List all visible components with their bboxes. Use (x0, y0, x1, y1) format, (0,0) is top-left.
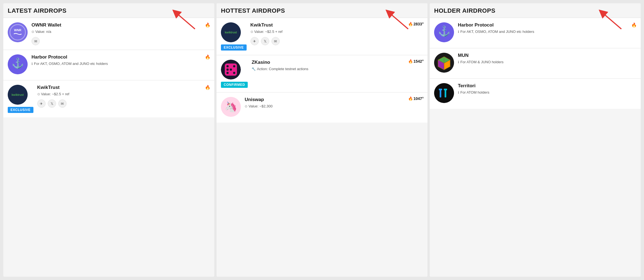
kwiktrust-hot-title: KwikTrust (250, 22, 423, 28)
kwiktrust-latest-info: ⊙ Value: ~$2.5 + ref (37, 92, 210, 97)
harbor-latest-title: Harbor Protocol (31, 54, 210, 60)
kwiktrust-latest-badge: EXCLUSIVE (8, 107, 33, 113)
uniswap-title: Uniswap (245, 97, 423, 102)
kwiktrust-latest-logo: kwiktrust (8, 85, 28, 105)
territori-logo (434, 83, 454, 103)
kwiktrust-hot-twitter-icon[interactable]: 𝕏 (261, 37, 269, 45)
territori-title: Territori (458, 83, 636, 89)
svg-text:kwiktrust: kwiktrust (12, 93, 24, 96)
svg-rect-39 (439, 89, 442, 90)
harbor-holder-fire-icon: 🔥 (631, 22, 637, 28)
territori-info-icon: ℹ (458, 90, 459, 95)
kwiktrust-email-icon[interactable]: ✉ (58, 99, 67, 108)
svg-text:⚓: ⚓ (438, 25, 450, 37)
card-zkasino: CONFIRMED ZKasino 🔧 Action: Complete tes… (217, 55, 427, 92)
kwiktrust-latest-fire-icon: 🔥 (205, 85, 210, 90)
card-territori: Territori ℹ For ATOM holders (430, 78, 641, 109)
card-uniswap: 🦄 Uniswap ⊙ Value: ~$2,300 🔥 1047° (217, 92, 427, 123)
kwiktrust-hot-badge: EXCLUSIVE (221, 44, 247, 51)
mun-info-icon: ℹ (458, 60, 459, 65)
latest-airdrops-column: LATEST AIRDROPS WNR OWNR Wallet ⊙ Value:… (3, 3, 214, 277)
harbor-latest-fire-icon: 🔥 (205, 54, 210, 60)
svg-point-19 (230, 68, 232, 71)
ownr-title: OWNR Wallet (31, 22, 210, 28)
kwiktrust-hot-score: 🔥 2833° (408, 22, 424, 26)
mun-logo (434, 53, 454, 73)
zkasino-badge: CONFIRMED (221, 82, 248, 88)
kwiktrust-hot-content: KwikTrust ⊙ Value: ~$2.5 + ref ✈ 𝕏 ✉ (250, 22, 423, 45)
kwiktrust-hot-logo: kwiktrust (221, 22, 241, 42)
harbor-holder-logo: ⚓ (434, 22, 454, 42)
svg-point-20 (226, 68, 229, 71)
ownr-content: OWNR Wallet ⊙ Value: n/a ✉ (31, 22, 210, 45)
svg-point-18 (233, 72, 235, 74)
svg-point-37 (434, 83, 454, 103)
kwiktrust-hot-info-icon: ⊙ (250, 30, 253, 34)
hottest-airdrops-header: HOTTEST AIRDROPS (217, 3, 427, 18)
ownr-social: ✉ (31, 37, 210, 45)
kwiktrust-latest-content: KwikTrust ⊙ Value: ~$2.5 + ref ✈ 𝕏 ✉ (37, 85, 210, 108)
harbor-holder-content: Harbor Protocol ℹ For AKT, OSMO, ATOM an… (458, 22, 636, 34)
mun-title: MUN (458, 53, 636, 58)
svg-rect-41 (444, 89, 447, 90)
hottest-airdrops-column: HOTTEST AIRDROPS kwiktrust EXCLUSIVE Kwi… (217, 3, 427, 277)
zkasino-info-icon: 🔧 (252, 67, 256, 72)
svg-point-16 (233, 65, 235, 67)
ownr-info: ⊙ Value: n/a (31, 29, 210, 34)
svg-point-15 (226, 65, 229, 67)
uniswap-content: Uniswap ⊙ Value: ~$2,300 (245, 97, 423, 109)
svg-text:🦄: 🦄 (225, 101, 237, 113)
mun-content: MUN ℹ For ATOM & JUNO holders (458, 53, 636, 65)
uniswap-logo: 🦄 (221, 97, 241, 117)
kwiktrust-hot-telegram-icon[interactable]: ✈ (250, 37, 259, 45)
uniswap-hot-score: 🔥 1047° (408, 96, 424, 101)
kwiktrust-hot-info: ⊙ Value: ~$2.5 + ref (250, 29, 423, 34)
card-harbor-latest: ⚓ Harbor Protocol ℹ For AKT, OSMO, ATOM … (3, 50, 214, 80)
kwiktrust-hot-email-icon[interactable]: ✉ (271, 37, 280, 45)
card-kwiktrust-latest: kwiktrust EXCLUSIVE KwikTrust ⊙ Value: ~… (3, 80, 214, 117)
zkasino-content: ZKasino 🔧 Action: Complete testnet actio… (252, 60, 423, 72)
zkasino-info: 🔧 Action: Complete testnet actions (252, 67, 423, 72)
harbor-info-icon: ℹ (31, 62, 33, 66)
harbor-latest-content: Harbor Protocol ℹ For AKT, OSMO, ATOM an… (31, 54, 210, 66)
svg-text:WNR: WNR (14, 28, 21, 32)
card-harbor-holder: ⚓ Harbor Protocol ℹ For AKT, OSMO, ATOM … (430, 18, 641, 48)
svg-text:⚓: ⚓ (12, 57, 24, 69)
ownr-fire-icon: 🔥 (205, 22, 210, 28)
kwiktrust-latest-social: ✈ 𝕏 ✉ (37, 99, 210, 108)
card-mun: MUN ℹ For ATOM & JUNO holders (430, 48, 641, 78)
uniswap-info: ⊙ Value: ~$2,300 (245, 104, 423, 109)
svg-text:kwiktrust: kwiktrust (225, 31, 237, 34)
kwiktrust-hot-social: ✈ 𝕏 ✉ (250, 37, 423, 45)
holder-airdrops-column: HOLDER AIRDROPS ⚓ Harbor Protocol ℹ For … (430, 3, 641, 277)
ownr-logo: WNR (8, 22, 28, 42)
harbor-latest-info: ℹ For AKT, OSMO, ATOM and JUNO etc holde… (31, 61, 210, 66)
svg-point-17 (226, 72, 229, 74)
card-ownr: WNR OWNR Wallet ⊙ Value: n/a ✉ 🔥 (3, 18, 214, 50)
mun-info: ℹ For ATOM & JUNO holders (458, 60, 636, 65)
zkasino-hot-score: 🔥 1542° (408, 59, 424, 64)
kwiktrust-telegram-icon[interactable]: ✈ (37, 99, 46, 108)
kwiktrust-latest-title: KwikTrust (37, 85, 210, 90)
harbor-holder-title: Harbor Protocol (458, 22, 636, 28)
uniswap-info-icon: ⊙ (245, 104, 247, 109)
kwiktrust-info-icon: ⊙ (37, 92, 40, 97)
svg-point-2 (8, 22, 28, 42)
latest-airdrops-header: LATEST AIRDROPS (3, 3, 214, 18)
card-kwiktrust-hot: kwiktrust EXCLUSIVE KwikTrust ⊙ Value: ~… (217, 18, 427, 55)
zkasino-title: ZKasino (252, 60, 423, 65)
harbor-holder-info-icon: ℹ (458, 30, 459, 34)
territori-content: Territori ℹ For ATOM holders (458, 83, 636, 95)
territori-info: ℹ For ATOM holders (458, 90, 636, 95)
holder-airdrops-header: HOLDER AIRDROPS (430, 3, 641, 18)
zkasino-logo (221, 60, 241, 80)
harbor-holder-info: ℹ For AKT, OSMO, ATOM and JUNO etc holde… (458, 29, 636, 34)
harbor-latest-logo: ⚓ (8, 54, 28, 74)
ownr-info-icon: ⊙ (31, 30, 34, 34)
ownr-email-icon[interactable]: ✉ (31, 37, 40, 45)
kwiktrust-twitter-icon[interactable]: 𝕏 (48, 99, 56, 108)
